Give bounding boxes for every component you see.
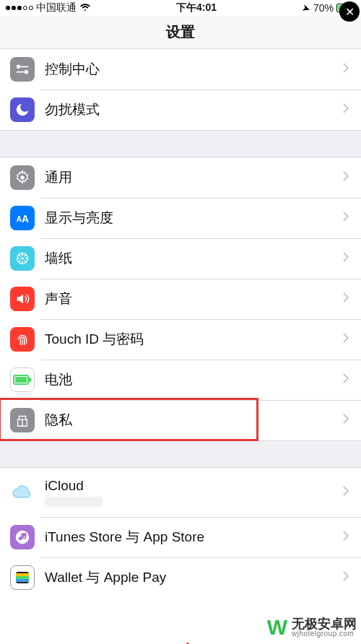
- chevron-right-icon: [342, 485, 349, 500]
- page-title: 设置: [166, 22, 195, 42]
- row-icloud[interactable]: iCloud: [0, 468, 361, 517]
- row-privacy[interactable]: 隐私: [0, 400, 361, 440]
- icloud-account-blur: [45, 497, 103, 507]
- chevron-right-icon: [342, 103, 349, 117]
- signal-dots-icon: [6, 6, 33, 10]
- settings-list: 控制中心勿扰模式通用AA显示与亮度墙纸声音Touch ID 与密码电池隐私iCl…: [0, 49, 361, 598]
- row-sound[interactable]: 声音: [0, 279, 361, 319]
- row-label: Touch ID 与密码: [45, 330, 342, 349]
- status-bar: 中国联通 下午4:01 ➤ 70%: [0, 0, 361, 16]
- control-icon: [10, 57, 35, 82]
- chevron-right-icon: [342, 413, 349, 427]
- row-touchid[interactable]: Touch ID 与密码: [0, 319, 361, 360]
- general-icon: [10, 165, 35, 190]
- chevron-right-icon: [342, 62, 349, 77]
- chevron-right-icon: [342, 373, 349, 387]
- svg-rect-11: [29, 378, 31, 382]
- chevron-right-icon: [342, 292, 349, 306]
- sound-icon: [10, 287, 35, 311]
- row-label: 控制中心: [45, 60, 342, 79]
- svg-rect-17: [16, 579, 29, 582]
- chevron-right-icon: [342, 170, 349, 185]
- row-general[interactable]: 通用: [0, 157, 361, 198]
- wallet-icon: [10, 565, 35, 590]
- svg-rect-0: [17, 65, 21, 69]
- itunes-icon: [10, 525, 35, 549]
- status-time: 下午4:01: [91, 1, 302, 14]
- touchid-icon: [10, 327, 35, 352]
- wifi-icon: [79, 2, 91, 14]
- row-label: iTunes Store 与 App Store: [45, 528, 342, 547]
- watermark: W 无极安卓网 wjhotelgroup.com: [267, 615, 357, 640]
- watermark-zh: 无极安卓网: [292, 617, 357, 630]
- row-label: iCloud: [45, 478, 342, 494]
- close-icon[interactable]: ✕: [339, 1, 360, 22]
- chevron-right-icon: [342, 570, 349, 585]
- chevron-right-icon: [342, 332, 349, 347]
- display-icon: AA: [10, 206, 35, 230]
- chevron-right-icon: [342, 530, 349, 544]
- row-label: 墙纸: [45, 249, 342, 268]
- svg-rect-10: [15, 377, 27, 383]
- row-wallet[interactable]: Wallet 与 Apple Pay: [0, 557, 361, 598]
- dnd-icon: [10, 97, 35, 122]
- navbar: 设置: [0, 16, 361, 49]
- battery-pct: 70%: [313, 2, 334, 14]
- row-dnd[interactable]: 勿扰模式: [0, 90, 361, 130]
- svg-point-4: [20, 175, 25, 180]
- row-label: 隐私: [45, 411, 342, 430]
- row-control[interactable]: 控制中心: [0, 49, 361, 90]
- svg-rect-1: [20, 66, 28, 67]
- icloud-icon: [10, 480, 35, 505]
- row-label: 电池: [45, 370, 342, 389]
- svg-rect-15: [16, 573, 29, 576]
- row-label: 通用: [45, 168, 342, 187]
- privacy-icon: [10, 408, 35, 432]
- row-label: 显示与亮度: [45, 209, 342, 227]
- svg-text:A: A: [22, 214, 29, 225]
- row-label: Wallet 与 Apple Pay: [45, 568, 342, 587]
- chevron-right-icon: [342, 251, 349, 266]
- chevron-right-icon: [342, 211, 349, 225]
- row-battery[interactable]: 电池: [0, 360, 361, 400]
- row-label: 勿扰模式: [45, 100, 342, 119]
- carrier-label: 中国联通: [36, 1, 77, 14]
- wallpaper-icon: [10, 246, 35, 271]
- svg-rect-16: [16, 576, 29, 579]
- watermark-logo-icon: W: [267, 615, 287, 640]
- row-itunes[interactable]: iTunes Store 与 App Store: [0, 517, 361, 557]
- svg-rect-2: [25, 70, 29, 74]
- svg-rect-3: [17, 71, 25, 73]
- battery-icon: [10, 367, 35, 392]
- svg-point-8: [21, 257, 24, 260]
- row-label: 声音: [45, 290, 342, 308]
- location-icon: ➤: [300, 1, 313, 14]
- watermark-en: wjhotelgroup.com: [292, 630, 357, 638]
- row-wallpaper[interactable]: 墙纸: [0, 238, 361, 279]
- row-display[interactable]: AA显示与亮度: [0, 198, 361, 238]
